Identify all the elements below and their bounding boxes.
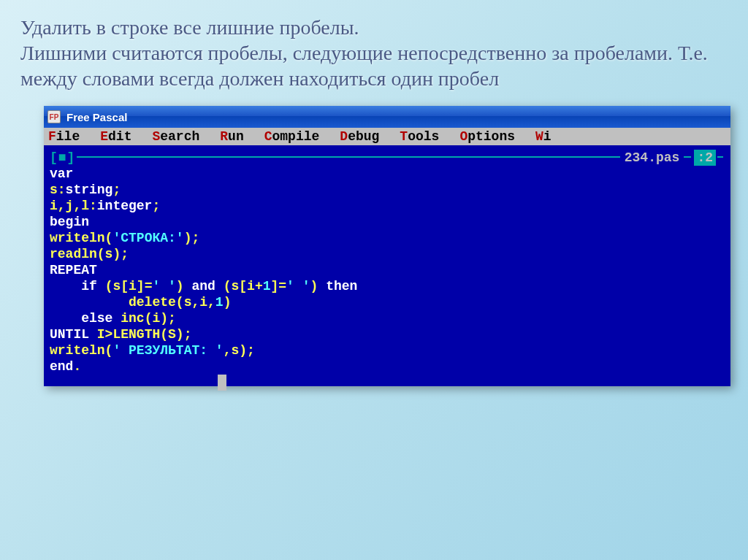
- code-line[interactable]: delete(s,i,1): [50, 294, 725, 310]
- menu-options[interactable]: Options: [459, 129, 515, 144]
- menu-tools[interactable]: Tools: [400, 129, 439, 144]
- menu-run[interactable]: Run: [220, 129, 243, 144]
- menu-search[interactable]: Search: [152, 129, 199, 144]
- window-title: Free Pascal: [66, 111, 127, 123]
- slide-title: Удалить в строке все лишние пробелы. Лиш…: [0, 0, 748, 100]
- code-line[interactable]: REPEAT: [50, 262, 725, 278]
- code-editor[interactable]: [■] 234.pas :2 vars:string;i,j,l:integer…: [44, 145, 730, 386]
- code-line[interactable]: begin: [50, 214, 725, 230]
- editor-frame-top: [■] 234.pas :2: [50, 150, 725, 166]
- code-line[interactable]: i,j,l:integer;: [50, 198, 725, 214]
- menu-edit[interactable]: Edit: [100, 129, 131, 144]
- code-line[interactable]: s:string;: [50, 182, 725, 198]
- menu-compile[interactable]: Compile: [264, 129, 320, 144]
- code-line[interactable]: UNTIL I>LENGTH(S);: [50, 326, 725, 342]
- window-titlebar[interactable]: FP Free Pascal: [44, 106, 730, 128]
- code-line[interactable]: writeln(' РЕЗУЛЬТАТ: ',s);: [50, 342, 725, 358]
- menu-window-truncated[interactable]: Wi: [535, 129, 552, 144]
- code-line[interactable]: readln(s);: [50, 246, 725, 262]
- menu-debug[interactable]: Debug: [340, 129, 379, 144]
- code-line[interactable]: var: [50, 166, 725, 182]
- text-cursor: _: [218, 375, 226, 391]
- code-line[interactable]: if (s[i]=' ') and (s[i+1]=' ') then: [50, 278, 725, 294]
- code-line[interactable]: writeln('СТРОКА:');: [50, 230, 725, 246]
- code-area[interactable]: vars:string;i,j,l:integer;beginwriteln('…: [50, 166, 725, 375]
- ide-window: FP Free Pascal File Edit Search Run Comp…: [44, 106, 730, 386]
- app-icon: FP: [47, 110, 61, 123]
- code-line[interactable]: else inc(i);: [50, 310, 725, 326]
- menu-bar: File Edit Search Run Compile Debug Tools…: [44, 128, 730, 145]
- editor-filename: 234.pas: [622, 150, 683, 166]
- code-line[interactable]: end.: [50, 358, 725, 375]
- menu-file[interactable]: File: [48, 129, 80, 144]
- editor-badge: :2: [694, 150, 716, 166]
- editor-close-control[interactable]: [■]: [50, 150, 75, 166]
